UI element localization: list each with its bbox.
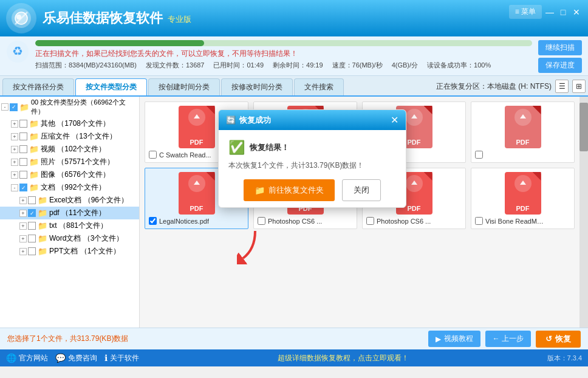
expand-photo[interactable]: +	[11, 159, 18, 166]
tree-pdf[interactable]: + ✓ 📁 pdf （11个文件）	[0, 207, 139, 219]
expand-word[interactable]: +	[19, 235, 27, 242]
file-item-8[interactable]: PDF Visi Bone ReadMe...	[471, 168, 575, 229]
expand-pdf[interactable]: +	[19, 210, 27, 217]
footer-about[interactable]: ℹ 关于软件	[104, 353, 139, 363]
about-label: 关于软件	[110, 353, 139, 363]
file-check-1[interactable]	[149, 151, 157, 159]
checkbox-doc[interactable]: ✓	[19, 184, 27, 191]
folder-icon-video: 📁	[29, 145, 39, 154]
file-check-6[interactable]	[258, 217, 265, 225]
save-progress-button[interactable]: 保存进度	[538, 58, 582, 73]
svg-text:♻: ♻	[12, 44, 23, 58]
tab-path[interactable]: 按文件路径分类	[2, 78, 74, 95]
checkbox-image[interactable]	[19, 171, 27, 179]
file-label-row-4	[475, 151, 570, 159]
folder-icon-doc: 📁	[29, 183, 39, 192]
about-icon: ℹ	[104, 353, 108, 363]
website-label: 官方网站	[19, 353, 48, 363]
dialog-x-button[interactable]: ✕	[391, 114, 398, 126]
file-check-5[interactable]	[149, 217, 157, 225]
checkbox-root[interactable]: ✓	[10, 103, 18, 111]
tree-doc[interactable]: - ✓ 📁 文档 （992个文件）	[0, 181, 139, 194]
checkbox-compressed[interactable]	[19, 132, 27, 140]
tree-compressed[interactable]: + 📁 压缩文件 （13个文件）	[0, 130, 139, 143]
progress-info: 正在扫描文件，如果已经找到您丢失的文件，可以立即恢复，不用等待扫描结果！ 扫描范…	[35, 40, 532, 70]
tab-search[interactable]: 文件搜索	[294, 78, 344, 95]
expand-root[interactable]: -	[1, 103, 9, 111]
pdf-arrow-1	[188, 109, 205, 126]
expand-ppt[interactable]: +	[19, 248, 27, 255]
continue-scan-button[interactable]: 继续扫描	[538, 40, 582, 55]
expand-txt[interactable]: +	[19, 222, 27, 230]
folder-icon-image: 📁	[29, 170, 39, 179]
footer-consult[interactable]: 💬 免费咨询	[55, 353, 97, 363]
tree-excel[interactable]: + 📁 Excel文档 （96个文件）	[0, 194, 139, 207]
folder-icon-root: 📁	[19, 103, 29, 112]
expand-video[interactable]: +	[11, 146, 18, 153]
checkbox-ppt[interactable]	[28, 247, 36, 255]
file-check-4[interactable]	[475, 151, 483, 159]
goto-folder-label: 前往恢复文件夹	[268, 185, 324, 196]
tree-video[interactable]: + 📁 视频 （102个文件）	[0, 143, 139, 156]
tree-image[interactable]: + 📁 图像 （6576个文件）	[0, 168, 139, 181]
file-item-4[interactable]: PDF	[471, 101, 575, 163]
goto-folder-button[interactable]: 📁 前往恢复文件夹	[244, 179, 335, 201]
prev-step-button[interactable]: ← 上一步	[485, 331, 531, 347]
maximize-button[interactable]: □	[558, 7, 569, 18]
scroll-track[interactable]	[579, 97, 588, 328]
checkbox-word[interactable]	[28, 235, 36, 242]
tree-other[interactable]: + 📁 其他 （1708个文件）	[0, 117, 139, 130]
recover-button[interactable]: ↺ 恢复	[536, 331, 581, 348]
tree-ppt-label: PPT文档 （1个文件）	[49, 246, 120, 256]
tree-photo[interactable]: + 📁 照片 （57571个文件）	[0, 156, 139, 168]
pdf-fold-8	[533, 172, 541, 180]
tab-type[interactable]: 按文件类型分类	[75, 78, 147, 95]
tab-created[interactable]: 按创建时间分类	[148, 78, 220, 95]
video-tutorial-button[interactable]: ▶ 视频教程	[428, 331, 480, 347]
tree-word[interactable]: + 📁 Word文档 （3个文件）	[0, 232, 139, 245]
expand-image[interactable]: +	[11, 171, 18, 179]
close-dialog-button[interactable]: 关闭	[342, 179, 381, 201]
recover-icon: ↺	[545, 334, 552, 343]
expand-doc[interactable]: -	[11, 184, 18, 191]
dialog-success-row: ✅ 恢复结果！	[228, 140, 396, 156]
pdf-fold-7	[424, 172, 432, 180]
progress-fill	[35, 40, 204, 46]
time-left: 剩余时间：49:19	[273, 61, 323, 70]
file-check-7[interactable]	[366, 217, 374, 225]
grid-view-button[interactable]: ⊞	[572, 80, 586, 93]
tree-ppt[interactable]: + 📁 PPT文档 （1个文件）	[0, 245, 139, 258]
footer-promo: 超级详细数据恢复教程，点击立即观看！	[146, 353, 540, 363]
tree-txt[interactable]: + 📁 txt （881个文件）	[0, 219, 139, 232]
expand-compressed[interactable]: +	[11, 133, 18, 140]
footer-website[interactable]: 🌐 官方网站	[6, 353, 48, 363]
checkbox-excel[interactable]	[28, 196, 36, 204]
tab-modified[interactable]: 按修改时间分类	[221, 78, 293, 95]
pdf-icon-8: PDF	[505, 172, 541, 215]
checkbox-video[interactable]	[19, 145, 27, 153]
dialog-body: ✅ 恢复结果！ 本次恢复1个文件，共计313.79(KB)数据！ 📁 前往恢复文…	[219, 130, 406, 207]
pdf-fold-1	[207, 106, 215, 114]
recovery-success-dialog: 🔄 恢复成功 ✕ ✅ 恢复结果！ 本次恢复1个文件，共计313.79(KB)数据…	[218, 109, 406, 208]
folder-icon-txt: 📁	[38, 221, 47, 230]
tree-root[interactable]: - ✓ 📁 00 按文件类型分类（66962个文件）	[0, 97, 139, 117]
svg-marker-10	[194, 180, 200, 185]
status-text: 您选择了1个文件，共313.79(KB)数据	[7, 334, 128, 344]
pdf-icon-4: PDF	[505, 106, 541, 148]
list-view-button[interactable]: ☰	[555, 80, 569, 93]
checkbox-other[interactable]	[19, 120, 27, 128]
svg-marker-13	[520, 180, 526, 185]
expand-other[interactable]: +	[11, 120, 18, 128]
checkbox-photo[interactable]	[19, 158, 27, 166]
file-check-8[interactable]	[475, 217, 483, 225]
checkbox-txt[interactable]	[28, 222, 36, 230]
close-button[interactable]: ✕	[571, 7, 582, 18]
file-label-row-7: Photoshop CS6 ...	[366, 217, 462, 225]
menu-button[interactable]: ≡ 菜单	[509, 5, 542, 19]
minimize-button[interactable]: —	[544, 7, 555, 18]
checkbox-pdf[interactable]: ✓	[28, 209, 36, 217]
video-icon: ▶	[436, 335, 441, 343]
scroll-thumb[interactable]	[579, 103, 588, 151]
expand-excel[interactable]: +	[19, 197, 27, 204]
read-success: 读设备成功率：100%	[427, 61, 491, 70]
